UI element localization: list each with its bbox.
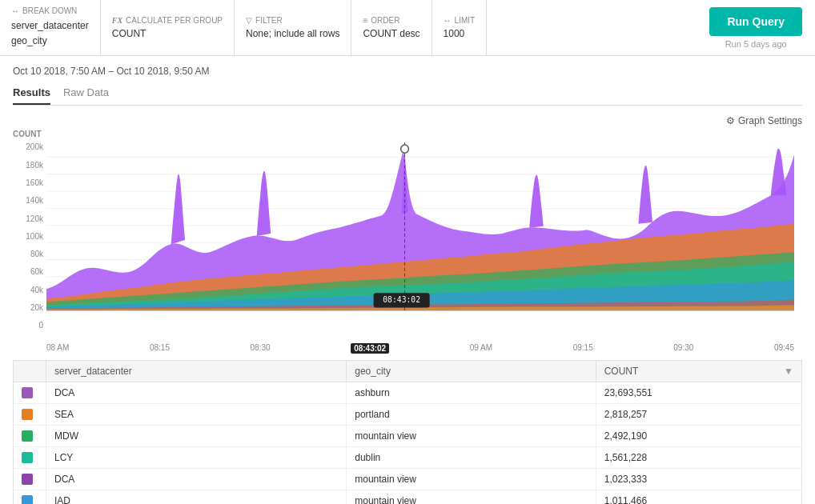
graph-settings-button[interactable]: ⚙ Graph Settings (726, 115, 802, 126)
row-count: 2,818,257 (596, 404, 801, 426)
date-range: Oct 10 2018, 7:50 AM – Oct 10 2018, 9:50… (13, 66, 802, 77)
x-label-0: 08 AM (46, 343, 69, 354)
data-table-wrapper: server_datacenter geo_city COUNT ▼ DCA a… (13, 360, 802, 504)
filter-icon: ▽ (246, 16, 252, 25)
content-area: Oct 10 2018, 7:50 AM – Oct 10 2018, 9:50… (0, 56, 815, 504)
run-section: Run Query Run 5 days ago (697, 0, 815, 55)
row-city: dublin (347, 447, 596, 469)
y-tick-8: 160k (26, 178, 43, 187)
y-tick-9: 180k (26, 161, 43, 170)
x-label-1: 08:15 (150, 343, 170, 354)
tabs: Results Raw Data (13, 83, 802, 106)
y-axis-ticks: 0 20k 40k 60k 80k 100k 120k 140k 160k 18… (13, 142, 46, 330)
row-count: 1,561,228 (596, 447, 801, 469)
tab-raw-data[interactable]: Raw Data (63, 83, 109, 105)
row-color-cell (14, 490, 46, 504)
row-datacenter: MDW (46, 426, 347, 447)
sort-icon: ▼ (784, 366, 793, 377)
table-row: IAD mountain view 1,011,466 (14, 490, 801, 504)
table-row: DCA mountain view 1,023,333 (14, 469, 801, 490)
row-city: portland (347, 404, 596, 426)
table-row: LCY dublin 1,561,228 (14, 447, 801, 469)
color-swatch (22, 387, 33, 398)
y-tick-10: 200k (26, 142, 43, 151)
color-swatch (22, 452, 33, 463)
table-header-row: server_datacenter geo_city COUNT ▼ (14, 361, 801, 382)
th-color (14, 361, 46, 382)
row-count: 1,023,333 (596, 469, 801, 490)
row-datacenter: SEA (46, 404, 347, 426)
row-city: mountain view (347, 426, 596, 447)
y-tick-0: 0 (38, 321, 43, 330)
order-label: ≡ ORDER (363, 16, 420, 25)
run-query-button[interactable]: Run Query (709, 7, 802, 36)
chart-container: COUNT (13, 130, 802, 354)
table-body: DCA ashburn 23,693,551 SEA portland 2,81… (14, 382, 801, 504)
y-tick-5: 100k (26, 232, 43, 241)
row-datacenter: DCA (46, 469, 347, 490)
y-tick-4: 80k (30, 250, 43, 258)
svg-point-12 (401, 145, 409, 153)
run-hint: Run 5 days ago (725, 39, 787, 49)
row-datacenter: LCY (46, 447, 347, 469)
gear-icon: ⚙ (726, 115, 735, 126)
row-datacenter: IAD (46, 490, 347, 504)
breakdown-label: ↔ BREAK DOWN (11, 6, 89, 15)
limit-icon: ↔ (444, 16, 452, 25)
limit-section[interactable]: ↔ LIMIT 1000 (432, 0, 488, 55)
table-header: server_datacenter geo_city COUNT ▼ (14, 361, 801, 382)
breakdown-values: server_datacenter geo_city (11, 18, 89, 49)
order-section[interactable]: ≡ ORDER COUNT desc (351, 0, 432, 55)
th-datacenter[interactable]: server_datacenter (46, 361, 347, 382)
calculate-label: fx CALCULATE PER GROUP (112, 16, 223, 25)
color-swatch (22, 495, 33, 504)
calculate-section[interactable]: fx CALCULATE PER GROUP COUNT (101, 0, 235, 55)
y-tick-3: 60k (30, 267, 43, 276)
graph-header: ⚙ Graph Settings (13, 115, 802, 126)
chart-inner: 08:43:02 (46, 142, 794, 330)
row-color-cell (14, 382, 46, 404)
y-tick-7: 140k (26, 196, 43, 205)
table-row: SEA portland 2,818,257 (14, 404, 801, 426)
table-row: MDW mountain view 2,492,190 (14, 426, 801, 447)
order-value: COUNT desc (363, 28, 420, 39)
row-color-cell (14, 404, 46, 426)
x-axis-labels: 08 AM 08:15 08:30 08:43:02 09 AM 09:15 0… (46, 343, 794, 354)
y-tick-1: 20k (30, 303, 43, 312)
breakdown-section[interactable]: ↔ BREAK DOWN server_datacenter geo_city (0, 0, 101, 55)
y-tick-6: 120k (26, 214, 43, 223)
x-label-2: 08:30 (251, 343, 271, 354)
row-datacenter: DCA (46, 382, 347, 404)
color-swatch (22, 474, 33, 485)
filter-section[interactable]: ▽ FILTER None; include all rows (235, 0, 351, 55)
order-icon: ≡ (363, 16, 367, 25)
data-table: server_datacenter geo_city COUNT ▼ DCA a… (14, 361, 801, 504)
limit-value: 1000 (444, 28, 476, 39)
svg-text:08:43:02: 08:43:02 (383, 296, 420, 305)
toolbar: ↔ BREAK DOWN server_datacenter geo_city … (0, 0, 815, 56)
x-label-6: 09:30 (673, 343, 693, 354)
table-row: DCA ashburn 23,693,551 (14, 382, 801, 404)
row-count: 1,011,466 (596, 490, 801, 504)
color-swatch (22, 430, 33, 442)
row-color-cell (14, 426, 46, 447)
color-swatch (22, 409, 33, 420)
tab-results[interactable]: Results (13, 83, 50, 105)
limit-label: ↔ LIMIT (444, 16, 476, 25)
row-city: mountain view (347, 490, 596, 504)
x-label-7: 09:45 (774, 343, 794, 354)
filter-label: ▽ FILTER (246, 16, 339, 25)
th-count[interactable]: COUNT ▼ (596, 361, 801, 382)
row-city: ashburn (347, 382, 596, 404)
calculate-icon: fx (112, 16, 122, 25)
th-city[interactable]: geo_city (347, 361, 596, 382)
row-count: 23,693,551 (596, 382, 801, 404)
filter-value: None; include all rows (246, 28, 339, 39)
x-label-5: 09:15 (573, 343, 593, 354)
breakdown-icon: ↔ (11, 6, 19, 15)
x-label-3: 08:43:02 (351, 343, 389, 354)
chart-svg: 08:43:02 (46, 142, 794, 330)
row-city: mountain view (347, 469, 596, 490)
y-tick-2: 40k (30, 286, 43, 294)
calculate-value: COUNT (112, 28, 223, 39)
